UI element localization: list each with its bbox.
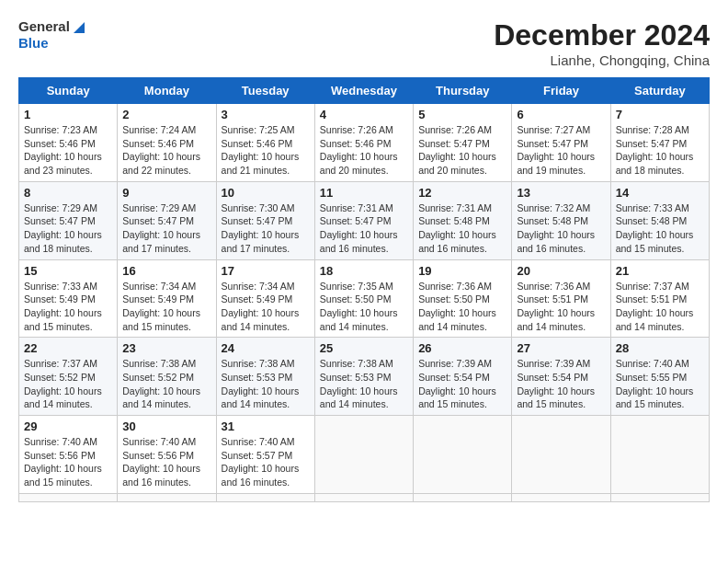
day-info: Sunrise: 7:32 AM Sunset: 5:48 PM Dayligh… xyxy=(517,201,605,256)
calendar-cell: 15 Sunrise: 7:33 AM Sunset: 5:49 PM Dayl… xyxy=(19,259,118,338)
calendar-cell: 17 Sunrise: 7:34 AM Sunset: 5:49 PM Dayl… xyxy=(216,259,314,338)
day-info: Sunrise: 7:35 AM Sunset: 5:50 PM Dayligh… xyxy=(320,280,408,334)
calendar-cell: 22 Sunrise: 7:37 AM Sunset: 5:52 PM Dayl… xyxy=(19,338,118,416)
day-info: Sunrise: 7:33 AM Sunset: 5:48 PM Dayligh… xyxy=(616,201,704,256)
day-info: Sunrise: 7:40 AM Sunset: 5:55 PM Dayligh… xyxy=(616,357,704,411)
weekday-header-row: SundayMondayTuesdayWednesdayThursdayFrid… xyxy=(19,78,710,104)
calendar-row: 29 Sunrise: 7:40 AM Sunset: 5:56 PM Dayl… xyxy=(19,416,710,494)
day-info: Sunrise: 7:34 AM Sunset: 5:49 PM Dayligh… xyxy=(222,280,310,334)
day-info: Sunrise: 7:30 AM Sunset: 5:47 PM Dayligh… xyxy=(222,201,310,256)
day-info: Sunrise: 7:34 AM Sunset: 5:49 PM Dayligh… xyxy=(122,280,210,334)
weekday-header-wednesday: Wednesday xyxy=(314,78,413,104)
weekday-header-sunday: Sunday xyxy=(19,78,118,104)
calendar-cell: 30 Sunrise: 7:40 AM Sunset: 5:56 PM Dayl… xyxy=(118,416,216,494)
day-number: 27 xyxy=(517,341,605,355)
day-info: Sunrise: 7:37 AM Sunset: 5:51 PM Dayligh… xyxy=(616,280,704,334)
calendar-cell xyxy=(512,416,610,494)
day-number: 13 xyxy=(517,186,605,200)
day-info: Sunrise: 7:26 AM Sunset: 5:46 PM Dayligh… xyxy=(320,123,408,178)
day-number: 29 xyxy=(24,419,112,433)
calendar-cell: 20 Sunrise: 7:36 AM Sunset: 5:51 PM Dayl… xyxy=(512,259,610,338)
day-info: Sunrise: 7:40 AM Sunset: 5:56 PM Dayligh… xyxy=(122,435,210,489)
calendar-cell: 28 Sunrise: 7:40 AM Sunset: 5:55 PM Dayl… xyxy=(610,338,709,416)
day-number: 9 xyxy=(122,186,210,200)
day-number: 28 xyxy=(616,341,704,355)
calendar-cell xyxy=(118,493,216,501)
calendar-table: SundayMondayTuesdayWednesdayThursdayFrid… xyxy=(18,77,710,502)
day-number: 12 xyxy=(418,186,506,200)
calendar-cell: 6 Sunrise: 7:27 AM Sunset: 5:47 PM Dayli… xyxy=(512,104,610,182)
day-info: Sunrise: 7:39 AM Sunset: 5:54 PM Dayligh… xyxy=(418,357,506,411)
day-info: Sunrise: 7:24 AM Sunset: 5:46 PM Dayligh… xyxy=(122,123,210,178)
calendar-cell: 18 Sunrise: 7:35 AM Sunset: 5:50 PM Dayl… xyxy=(314,259,413,338)
calendar-cell xyxy=(314,493,413,501)
calendar-cell: 2 Sunrise: 7:24 AM Sunset: 5:46 PM Dayli… xyxy=(118,104,216,182)
day-number: 31 xyxy=(222,419,310,433)
day-number: 4 xyxy=(320,108,408,121)
day-info: Sunrise: 7:38 AM Sunset: 5:53 PM Dayligh… xyxy=(222,357,310,411)
logo-text: General Blue xyxy=(18,18,86,52)
day-info: Sunrise: 7:40 AM Sunset: 5:57 PM Dayligh… xyxy=(222,435,310,489)
calendar-cell: 10 Sunrise: 7:30 AM Sunset: 5:47 PM Dayl… xyxy=(216,181,314,259)
day-info: Sunrise: 7:39 AM Sunset: 5:54 PM Dayligh… xyxy=(517,357,605,411)
month-title: December 2024 xyxy=(494,18,710,52)
day-number: 26 xyxy=(418,341,506,355)
day-info: Sunrise: 7:37 AM Sunset: 5:52 PM Dayligh… xyxy=(24,357,112,411)
calendar-cell: 8 Sunrise: 7:29 AM Sunset: 5:47 PM Dayli… xyxy=(19,181,118,259)
calendar-cell: 4 Sunrise: 7:26 AM Sunset: 5:46 PM Dayli… xyxy=(314,104,413,182)
day-number: 23 xyxy=(122,341,210,355)
calendar-cell: 16 Sunrise: 7:34 AM Sunset: 5:49 PM Dayl… xyxy=(118,259,216,338)
calendar-cell: 13 Sunrise: 7:32 AM Sunset: 5:48 PM Dayl… xyxy=(512,181,610,259)
day-info: Sunrise: 7:29 AM Sunset: 5:47 PM Dayligh… xyxy=(24,201,112,256)
day-number: 1 xyxy=(24,108,112,121)
weekday-header-tuesday: Tuesday xyxy=(216,78,314,104)
day-number: 7 xyxy=(616,108,704,121)
calendar-cell: 1 Sunrise: 7:23 AM Sunset: 5:46 PM Dayli… xyxy=(19,104,118,182)
day-info: Sunrise: 7:31 AM Sunset: 5:48 PM Dayligh… xyxy=(418,201,506,256)
day-info: Sunrise: 7:28 AM Sunset: 5:47 PM Dayligh… xyxy=(616,123,704,178)
day-info: Sunrise: 7:36 AM Sunset: 5:50 PM Dayligh… xyxy=(418,280,506,334)
calendar-cell: 23 Sunrise: 7:38 AM Sunset: 5:52 PM Dayl… xyxy=(118,338,216,416)
day-number: 17 xyxy=(222,264,310,278)
calendar-cell xyxy=(414,416,512,494)
day-number: 19 xyxy=(418,264,506,278)
calendar-row: 8 Sunrise: 7:29 AM Sunset: 5:47 PM Dayli… xyxy=(19,181,710,259)
location: Lianhe, Chongqing, China xyxy=(494,52,710,68)
day-number: 16 xyxy=(122,264,210,278)
calendar-row: 1 Sunrise: 7:23 AM Sunset: 5:46 PM Dayli… xyxy=(19,104,710,182)
calendar-cell: 5 Sunrise: 7:26 AM Sunset: 5:47 PM Dayli… xyxy=(414,104,512,182)
weekday-header-thursday: Thursday xyxy=(414,78,512,104)
calendar-cell: 14 Sunrise: 7:33 AM Sunset: 5:48 PM Dayl… xyxy=(610,181,709,259)
calendar-cell xyxy=(216,493,314,501)
day-number: 18 xyxy=(320,264,408,278)
day-info: Sunrise: 7:23 AM Sunset: 5:46 PM Dayligh… xyxy=(24,123,112,178)
day-info: Sunrise: 7:38 AM Sunset: 5:52 PM Dayligh… xyxy=(122,357,210,411)
day-number: 25 xyxy=(320,341,408,355)
day-number: 5 xyxy=(418,108,506,121)
calendar-cell: 25 Sunrise: 7:38 AM Sunset: 5:53 PM Dayl… xyxy=(314,338,413,416)
day-number: 6 xyxy=(517,108,605,121)
day-number: 11 xyxy=(320,186,408,200)
day-info: Sunrise: 7:33 AM Sunset: 5:49 PM Dayligh… xyxy=(24,280,112,334)
calendar-cell: 26 Sunrise: 7:39 AM Sunset: 5:54 PM Dayl… xyxy=(414,338,512,416)
day-number: 8 xyxy=(24,186,112,200)
calendar-cell: 29 Sunrise: 7:40 AM Sunset: 5:56 PM Dayl… xyxy=(19,416,118,494)
day-info: Sunrise: 7:38 AM Sunset: 5:53 PM Dayligh… xyxy=(320,357,408,411)
weekday-header-monday: Monday xyxy=(118,78,216,104)
calendar-cell xyxy=(610,493,709,501)
calendar-row: 22 Sunrise: 7:37 AM Sunset: 5:52 PM Dayl… xyxy=(19,338,710,416)
calendar-row: 15 Sunrise: 7:33 AM Sunset: 5:49 PM Dayl… xyxy=(19,259,710,338)
day-number: 30 xyxy=(122,419,210,433)
day-info: Sunrise: 7:26 AM Sunset: 5:47 PM Dayligh… xyxy=(418,123,506,178)
day-info: Sunrise: 7:36 AM Sunset: 5:51 PM Dayligh… xyxy=(517,280,605,334)
title-block: December 2024 Lianhe, Chongqing, China xyxy=(494,18,710,68)
day-number: 3 xyxy=(222,108,310,121)
day-number: 15 xyxy=(24,264,112,278)
calendar-cell: 12 Sunrise: 7:31 AM Sunset: 5:48 PM Dayl… xyxy=(414,181,512,259)
weekday-header-saturday: Saturday xyxy=(610,78,709,104)
day-info: Sunrise: 7:25 AM Sunset: 5:46 PM Dayligh… xyxy=(222,123,310,178)
calendar-cell xyxy=(610,416,709,494)
calendar-cell xyxy=(414,493,512,501)
calendar-cell: 24 Sunrise: 7:38 AM Sunset: 5:53 PM Dayl… xyxy=(216,338,314,416)
svg-marker-0 xyxy=(74,22,85,33)
